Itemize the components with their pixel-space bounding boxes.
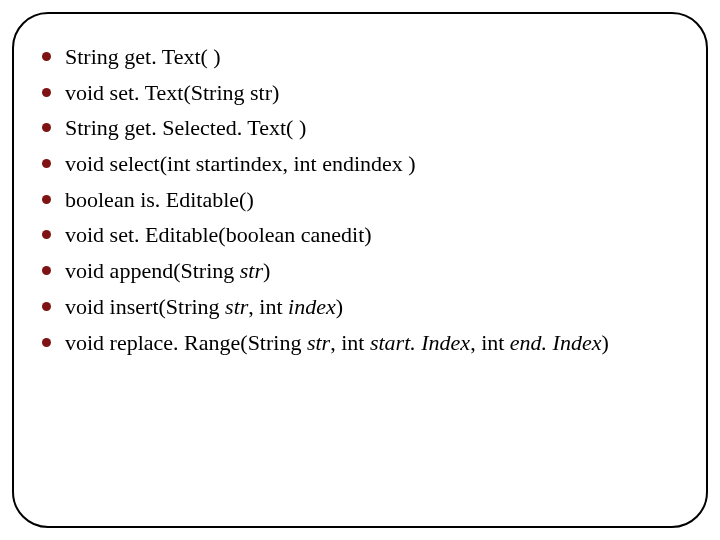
content-frame: String get. Text( ) void set. Text(Strin…	[12, 12, 708, 528]
slide: String get. Text( ) void set. Text(Strin…	[0, 0, 720, 540]
method-text: void select(int startindex, int endindex…	[65, 149, 670, 179]
list-item: void select(int startindex, int endindex…	[42, 149, 670, 179]
method-text: String get. Text( )	[65, 42, 670, 72]
list-item: void set. Editable(boolean canedit)	[42, 220, 670, 250]
list-item: void replace. Range(String str, int star…	[42, 328, 670, 358]
bullet-icon	[42, 159, 51, 168]
bullet-icon	[42, 88, 51, 97]
method-text: String get. Selected. Text( )	[65, 113, 670, 143]
method-text: boolean is. Editable()	[65, 185, 670, 215]
method-text: void insert(String str, int index)	[65, 292, 670, 322]
bullet-icon	[42, 52, 51, 61]
list-item: boolean is. Editable()	[42, 185, 670, 215]
method-text: void set. Text(String str)	[65, 78, 670, 108]
bullet-icon	[42, 195, 51, 204]
list-item: void insert(String str, int index)	[42, 292, 670, 322]
method-text: void replace. Range(String str, int star…	[65, 328, 670, 358]
method-list: String get. Text( ) void set. Text(Strin…	[42, 42, 670, 357]
bullet-icon	[42, 230, 51, 239]
list-item: String get. Text( )	[42, 42, 670, 72]
bullet-icon	[42, 266, 51, 275]
bullet-icon	[42, 123, 51, 132]
bullet-icon	[42, 338, 51, 347]
list-item: void append(String str)	[42, 256, 670, 286]
method-text: void append(String str)	[65, 256, 670, 286]
list-item: void set. Text(String str)	[42, 78, 670, 108]
list-item: String get. Selected. Text( )	[42, 113, 670, 143]
method-text: void set. Editable(boolean canedit)	[65, 220, 670, 250]
bullet-icon	[42, 302, 51, 311]
